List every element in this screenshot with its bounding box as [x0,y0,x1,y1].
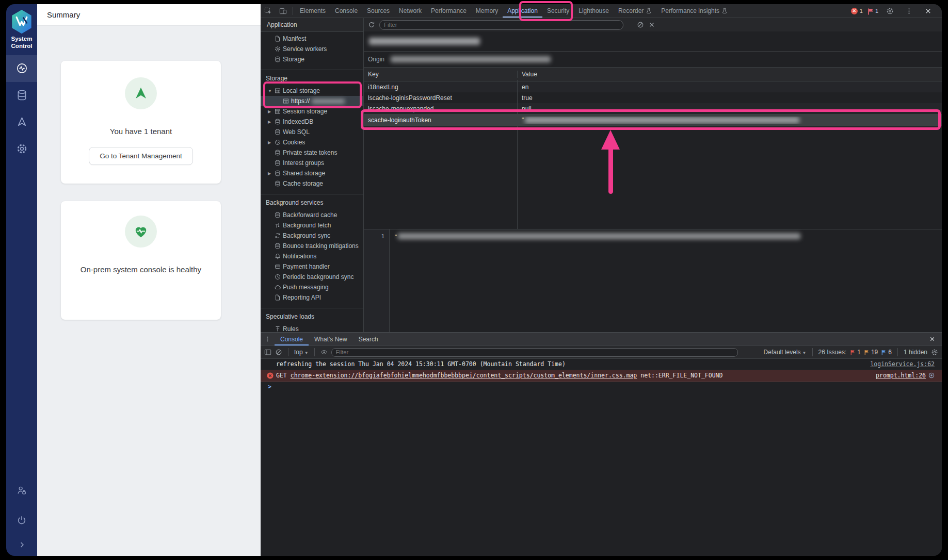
tree-item-session-storage[interactable]: ▶Session storage [261,106,363,117]
storage-row-scache-loginauthtoken[interactable]: scache-loginauthToken" [364,114,942,126]
storage-row-lscache-menuexpanded[interactable]: lscache-menuexpandednull [364,103,942,114]
settings-gear-icon[interactable] [882,7,897,15]
database-icon [275,56,283,62]
drawer-tab-what-s-new[interactable]: What's New [309,333,353,345]
expander-icon[interactable]: ▶ [268,120,275,124]
expander-icon[interactable]: ▶ [268,109,275,114]
drawer-tab-search[interactable]: Search [353,333,384,345]
power-icon [16,515,27,526]
issue-count: 19 [871,349,878,356]
console-prompt[interactable]: > [261,382,942,392]
sidebar-nav-item-2[interactable] [6,109,37,136]
tree-item-cache-storage[interactable]: Cache storage [261,178,363,189]
sidebar-bottom-user-lock-icon[interactable] [6,485,37,496]
storage-value: true [518,94,942,102]
refresh-icon[interactable] [368,21,375,28]
tree-item-private-state-tokens[interactable]: Private state tokens [261,147,363,158]
tree-item-payment-handler[interactable]: Payment handler [261,261,363,272]
clear-console-icon[interactable] [275,349,282,356]
delete-selected-icon[interactable] [648,21,655,28]
clear-storage-icon[interactable] [637,21,644,28]
tree-section-header: Speculative loads [261,313,363,324]
application-panel-header: Application [261,18,942,32]
storage-row-i18nextlng[interactable]: i18nextLngen [364,81,942,92]
device-toolbar-icon[interactable] [276,7,291,15]
kebab-menu-icon[interactable] [902,7,917,15]
tab-memory[interactable]: Memory [471,4,503,18]
tab-lighthouse[interactable]: Lighthouse [574,4,614,18]
error-resource-link[interactable]: chrome-extension://bfogiafebfohielmmehod… [291,372,637,379]
tab-network[interactable]: Network [394,4,426,18]
tree-item-interest-groups[interactable]: Interest groups [261,158,363,168]
devtools-tabbar: ElementsConsoleSourcesNetworkPerformance… [261,4,942,18]
tree-item-web-sql[interactable]: Web SQL [261,127,363,137]
tree-item-https[interactable]: https:// [261,96,363,106]
tree-item-storage[interactable]: Storage [261,54,363,64]
source-link-text[interactable]: prompt.html:26 [876,372,926,379]
console-source-link[interactable]: prompt.html:26 [876,372,935,379]
summary-card-0: You have 1 tenantGo to Tenant Management [61,61,221,184]
error-count-badge[interactable]: ✕ 1 [851,8,863,14]
tree-item-rules[interactable]: Rules [261,324,363,333]
tree-item-local-storage[interactable]: ▼Local storage [261,86,363,96]
tree-item-notifications[interactable]: Notifications [261,251,363,261]
tree-section-speculative-loads: Speculative loadsRules [261,308,363,333]
tree-item-manifest[interactable]: Manifest [261,34,363,44]
console-drawer: ConsoleWhat's NewSearch top▼ [261,332,942,556]
context-selector[interactable]: top▼ [294,349,309,356]
expander-icon[interactable]: ▶ [268,140,275,145]
issues-label[interactable]: 26 Issues: [818,349,847,356]
tree-item-back-forward-cache[interactable]: Back/forward cache [261,210,363,220]
sidebar-nav-item-3[interactable] [6,136,37,162]
hidden-messages-label[interactable]: 1 hidden [904,349,927,356]
tree-item-reporting-api[interactable]: Reporting API [261,292,363,303]
tab-sources[interactable]: Sources [362,4,394,18]
sidebar-bottom-chevron-right-icon[interactable] [6,541,37,549]
storage-row-lscache-loginispasswordreset[interactable]: lscache-loginisPasswordResettrue [364,92,942,103]
inspect-element-icon[interactable] [261,7,276,15]
tab-performance[interactable]: Performance [426,4,471,18]
tree-item-label: Reporting API [283,294,321,301]
tree-item-background-fetch[interactable]: Background fetch [261,220,363,230]
expander-icon[interactable]: ▼ [268,89,275,93]
tree-item-shared-storage[interactable]: ▶Shared storage [261,168,363,178]
tab-recorder[interactable]: Recorder [614,4,656,18]
tab-elements[interactable]: Elements [295,4,330,18]
database-icon [275,243,283,249]
tab-performance-insights[interactable]: Performance insights [656,4,732,18]
sidebar-nav-item-0[interactable] [6,55,37,82]
eye-icon[interactable] [320,349,328,356]
redacted-token-value [398,233,800,239]
key-column-header[interactable]: Key [364,71,518,78]
user-lock-icon [16,485,27,496]
expander-icon[interactable]: ▶ [268,171,275,176]
sidebar-nav-item-1[interactable] [6,82,37,109]
extension-icon [928,372,935,378]
console-sidebar-icon[interactable] [264,349,271,356]
issue-count: 1 [857,349,861,356]
close-devtools-icon[interactable] [921,7,936,15]
console-filter-input[interactable] [331,348,738,357]
tree-item-periodic-background-sync[interactable]: Periodic background sync [261,272,363,282]
tab-console[interactable]: Console [330,4,362,18]
go-to-tenant-management-button[interactable]: Go to Tenant Management [89,147,193,165]
tree-item-cookies[interactable]: ▶Cookies [261,137,363,147]
log-levels-dropdown[interactable]: Default levels▼ [764,349,807,356]
preview-line-number: 1 [364,229,390,333]
tree-item-indexeddb[interactable]: ▶IndexedDB [261,117,363,127]
tree-item-bounce-tracking-mitigations[interactable]: Bounce tracking mitigations [261,241,363,251]
value-column-header[interactable]: Value [518,71,942,78]
tree-item-service-workers[interactable]: Service workers [261,44,363,54]
console-source-link[interactable]: loginService.js:62 [870,360,935,368]
tab-application[interactable]: Application [503,4,542,18]
issue-count-badge[interactable]: 1 [867,8,878,14]
tab-security[interactable]: Security [542,4,574,18]
close-drawer-icon[interactable] [925,336,942,342]
tree-item-push-messaging[interactable]: Push messaging [261,282,363,292]
console-settings-gear-icon[interactable] [931,349,938,356]
drawer-kebab-menu-icon[interactable] [261,336,275,342]
tree-item-background-sync[interactable]: Background sync [261,230,363,241]
drawer-tab-console[interactable]: Console [275,333,309,345]
storage-filter-input[interactable] [379,20,623,30]
sidebar-bottom-power-icon[interactable] [6,515,37,526]
